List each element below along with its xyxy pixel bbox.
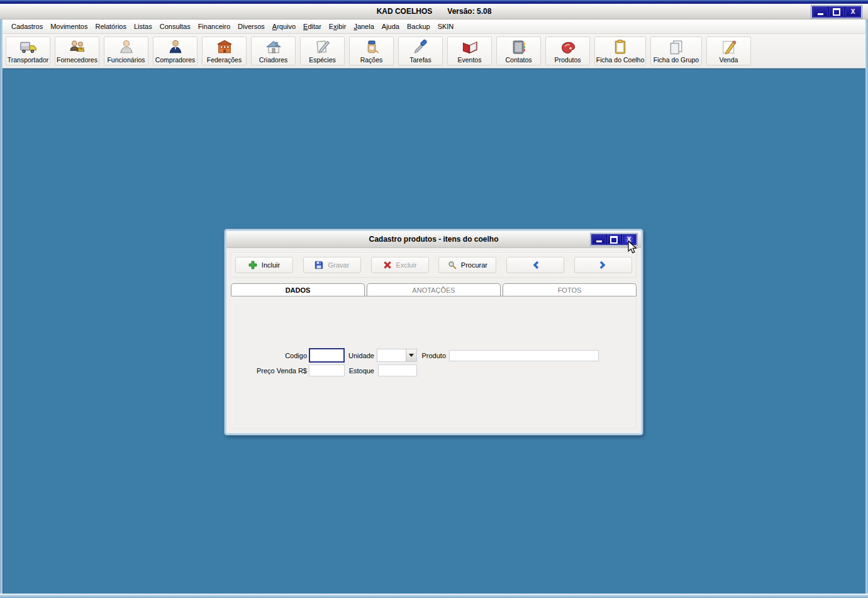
produtos-button-label: Produtos xyxy=(554,56,581,64)
federation-building-icon xyxy=(216,38,233,56)
ficha-do-grupo-button-label: Ficha do Grupo xyxy=(654,56,699,64)
menu-consultas[interactable]: Consultas xyxy=(156,21,194,32)
transportador-button-label: Transportador xyxy=(8,56,49,64)
close-button[interactable]: X xyxy=(845,7,860,17)
procurar-button-label: Procurar xyxy=(461,261,487,269)
delete-icon xyxy=(383,261,392,269)
ficha-do-coelho-button[interactable]: Ficha do Coelho xyxy=(594,37,646,65)
gravar-button[interactable]: Gravar xyxy=(303,257,361,273)
feed-jar-icon xyxy=(363,38,381,56)
app-title: KAD COELHOSVersão: 5.08 xyxy=(0,7,868,16)
ficha-do-grupo-button[interactable]: Ficha do Grupo xyxy=(650,37,702,65)
dialog-tabs: DADOSANOTAÇÕESFOTOS xyxy=(231,283,637,296)
venda-button[interactable]: Venda xyxy=(706,37,751,65)
fornecedores-button[interactable]: Fornecedores xyxy=(55,37,99,65)
dialog-toolbar: IncluirGravarExcluirProcurar xyxy=(231,252,637,278)
racoes-button[interactable]: Rações xyxy=(349,37,394,65)
menu-relatorios[interactable]: Relatórios xyxy=(91,21,130,32)
app-title-text: KAD COELHOS xyxy=(377,7,433,16)
transportador-button[interactable]: Transportador xyxy=(6,37,50,65)
screwdriver-icon xyxy=(412,38,430,56)
estoque-label: Estoque xyxy=(324,364,374,377)
eventos-button[interactable]: Eventos xyxy=(447,37,492,65)
next-record-button[interactable] xyxy=(574,257,632,273)
menu-diversos[interactable]: Diversos xyxy=(234,21,269,32)
eventos-button-label: Eventos xyxy=(458,56,482,64)
produtos-button[interactable]: Produtos xyxy=(545,37,590,65)
window-controls: X xyxy=(811,6,862,18)
window-frame-sides: CadastrosMovimentosRelatóriosListasConsu… xyxy=(0,20,868,594)
products-meat-icon xyxy=(559,38,577,56)
menu-exibir[interactable]: Exibir xyxy=(325,21,350,32)
red-book-icon xyxy=(461,38,479,56)
compradores-button[interactable]: Compradores xyxy=(153,37,198,65)
compradores-button-label: Compradores xyxy=(155,56,196,64)
excluir-button[interactable]: Excluir xyxy=(371,257,429,273)
menu-movimentos[interactable]: Movimentos xyxy=(47,21,91,32)
estoque-input[interactable] xyxy=(378,364,417,376)
dialog-cadastro-produtos: Cadastro produtos - itens do coelho X In… xyxy=(225,229,643,435)
tarefas-button-label: Tarefas xyxy=(409,56,431,64)
window-frame-bottom xyxy=(0,594,868,598)
federacoes-button[interactable]: Federações xyxy=(202,37,247,65)
federacoes-button-label: Federações xyxy=(207,56,242,64)
arrow-left-icon xyxy=(530,260,540,270)
fornecedores-button-label: Fornecedores xyxy=(57,56,97,64)
previous-record-button[interactable] xyxy=(506,257,564,273)
especies-button[interactable]: Espécies xyxy=(300,37,345,65)
menubar: CadastrosMovimentosRelatóriosListasConsu… xyxy=(3,20,865,34)
menu-editar[interactable]: Editar xyxy=(299,21,325,32)
main-titlebar: KAD COELHOSVersão: 5.08 X xyxy=(0,4,868,20)
menu-cadastros[interactable]: Cadastros xyxy=(8,21,47,32)
menu-skin[interactable]: SKIN xyxy=(434,21,458,32)
criadores-button-label: Criadores xyxy=(259,56,288,64)
app-window: KAD COELHOSVersão: 5.08 X CadastrosMovim… xyxy=(0,0,868,598)
gravar-button-label: Gravar xyxy=(328,261,349,269)
produto-label: Produto xyxy=(396,349,446,362)
incluir-button[interactable]: Incluir xyxy=(235,257,293,273)
racoes-button-label: Rações xyxy=(360,56,383,64)
unidade-label: Unidade xyxy=(324,349,374,362)
dialog-minimize-button[interactable] xyxy=(592,235,606,244)
funcionarios-button-label: Funcionários xyxy=(107,56,145,64)
funcionarios-button[interactable]: Funcionários xyxy=(104,37,148,65)
dialog-titlebar: Cadastro produtos - itens do coelho X xyxy=(226,231,641,248)
desktop: Cadastro produtos - itens do coelho X In… xyxy=(3,69,865,594)
codigo-label: Codigo xyxy=(250,349,307,362)
menu-backup[interactable]: Backup xyxy=(403,21,434,32)
address-book-icon xyxy=(510,38,528,56)
menu-janela[interactable]: Janela xyxy=(350,21,377,32)
arrow-right-icon xyxy=(598,260,608,270)
tab-dados[interactable]: DADOS xyxy=(231,283,365,296)
tarefas-button[interactable]: Tarefas xyxy=(398,37,443,65)
tab-panel-dados: Codigo Unidade Produto Preço Venda R$ Es… xyxy=(231,296,637,429)
minimize-icon xyxy=(818,13,823,15)
tab-fotos[interactable]: FOTOS xyxy=(503,283,637,296)
maximize-icon xyxy=(833,8,840,16)
house-icon xyxy=(265,38,282,56)
menu-arquivo[interactable]: Arquivo xyxy=(269,21,299,32)
menu-ajuda[interactable]: Ajuda xyxy=(378,21,403,32)
minimize-icon xyxy=(596,240,602,242)
pencil-icon xyxy=(720,38,738,56)
truck-icon xyxy=(19,38,37,56)
maximize-icon xyxy=(610,236,618,244)
contatos-button-label: Contatos xyxy=(505,56,531,64)
minimize-button[interactable] xyxy=(813,7,828,17)
notepad-pencil-icon xyxy=(314,38,331,56)
dialog-maximize-button[interactable] xyxy=(607,235,621,244)
preco-venda-label: Preço Venda R$ xyxy=(231,364,307,377)
excluir-button-label: Excluir xyxy=(396,261,417,269)
close-icon: X xyxy=(851,9,855,15)
menu-listas[interactable]: Listas xyxy=(130,21,156,32)
produto-input[interactable] xyxy=(449,350,599,361)
menu-financeiro[interactable]: Financeiro xyxy=(194,21,234,32)
tab-anotacoes[interactable]: ANOTAÇÕES xyxy=(367,283,501,296)
mouse-cursor xyxy=(628,240,638,256)
clipboard-icon xyxy=(611,38,629,56)
criadores-button[interactable]: Criadores xyxy=(251,37,296,65)
maximize-button[interactable] xyxy=(829,7,844,17)
procurar-button[interactable]: Procurar xyxy=(438,257,496,273)
contatos-button[interactable]: Contatos xyxy=(496,37,541,65)
employee-icon xyxy=(118,38,135,56)
